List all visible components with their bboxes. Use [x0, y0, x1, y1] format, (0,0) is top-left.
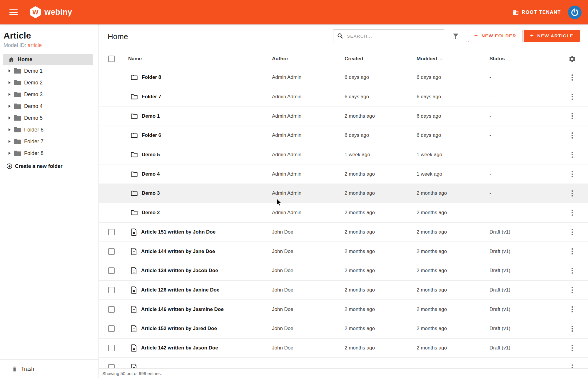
row-actions-menu-icon[interactable] [569, 113, 576, 120]
folder-icon [14, 127, 21, 133]
sidebar-folder-item[interactable]: Demo 5 [0, 112, 98, 124]
chevron-right-icon[interactable] [9, 140, 11, 143]
row-actions-menu-icon[interactable] [569, 248, 576, 255]
webiny-hexagon-icon: W [30, 6, 41, 18]
chevron-right-icon[interactable] [9, 128, 11, 131]
sidebar-folder-item[interactable]: Demo 2 [0, 77, 98, 89]
table-row[interactable]: Article 146 written by Jasmine Doe John … [99, 300, 588, 319]
chevron-right-icon[interactable] [9, 81, 11, 84]
table-row[interactable]: Article 142 written by Jason Doe John Do… [99, 339, 588, 358]
filter-icon[interactable] [452, 32, 460, 40]
chevron-right-icon[interactable] [9, 93, 11, 96]
table-row[interactable]: Article 152 written by Jared Doe John Do… [99, 319, 588, 339]
row-checkbox[interactable] [108, 325, 115, 332]
tenant-selector[interactable]: ROOT TENANT [512, 9, 561, 16]
column-header-modified[interactable]: Modified↓ [417, 56, 490, 62]
sidebar-item-home[interactable]: Home [3, 54, 93, 65]
row-actions-menu-icon[interactable] [569, 132, 576, 139]
folder-icon [131, 190, 138, 197]
sidebar-folder-item[interactable]: Folder 6 [0, 124, 98, 136]
row-actions-menu-icon[interactable] [569, 229, 576, 236]
search-input[interactable] [333, 29, 444, 42]
plus-icon: + [474, 32, 478, 39]
row-checkbox[interactable] [108, 229, 115, 235]
sidebar-folder-item[interactable]: Demo 3 [0, 89, 98, 100]
chevron-right-icon[interactable] [9, 152, 11, 155]
hamburger-menu-icon[interactable] [9, 9, 18, 15]
sort-desc-icon: ↓ [440, 56, 442, 61]
table-row[interactable]: Article 144 written by Jane Doe John Doe… [99, 242, 588, 261]
column-header-created[interactable]: Created [345, 56, 417, 62]
trash-icon [12, 366, 17, 372]
table-row[interactable]: Article 151 written by John Doe John Doe… [99, 223, 588, 242]
row-checkbox[interactable] [108, 306, 115, 313]
user-avatar[interactable] [568, 6, 582, 19]
table-row[interactable]: Article 134 written by Jacob Doe John Do… [99, 261, 588, 281]
table-row[interactable]: Folder 7 Admin Admin6 days ago6 days ago… [99, 87, 588, 107]
folder-icon [131, 151, 138, 158]
power-icon [570, 8, 579, 17]
new-folder-button[interactable]: +NEW FOLDER [468, 30, 522, 42]
table-row[interactable]: Demo 5 Admin Admin1 week ago1 week ago- [99, 145, 588, 165]
search-box [333, 29, 444, 42]
select-all-checkbox[interactable] [108, 56, 115, 62]
table-footer: Showing 50 out of 999 entries. [99, 368, 588, 378]
sidebar-folder-item[interactable]: Folder 7 [0, 136, 98, 147]
sidebar: Article Model ID: article Home Demo 1 De… [0, 24, 99, 378]
sidebar-folder-item[interactable]: Demo 1 [0, 65, 98, 77]
column-header-status[interactable]: Status [490, 56, 557, 62]
folder-icon [14, 80, 21, 86]
column-header-name[interactable]: Name [128, 56, 272, 62]
row-actions-menu-icon[interactable] [569, 267, 576, 274]
model-id-link[interactable]: article [28, 42, 42, 48]
create-folder-button[interactable]: Create a new folder [0, 161, 98, 171]
row-checkbox[interactable] [108, 267, 115, 274]
table-row[interactable]: Demo 2 Admin Admin2 months ago2 months a… [99, 203, 588, 223]
row-checkbox[interactable] [108, 287, 115, 293]
row-actions-menu-icon[interactable] [569, 209, 576, 216]
row-actions-menu-icon[interactable] [569, 171, 576, 178]
table-row[interactable]: Folder 6 Admin Admin6 days ago6 days ago… [99, 126, 588, 145]
document-icon [131, 228, 137, 236]
search-icon [337, 33, 343, 39]
sidebar-folder-item[interactable]: Folder 8 [0, 147, 98, 159]
table-row[interactable]: Article 126 written by Janine Doe John D… [99, 281, 588, 300]
column-header-author[interactable]: Author [272, 56, 345, 62]
chevron-right-icon[interactable] [9, 105, 11, 108]
webiny-logo[interactable]: W webiny [30, 6, 72, 18]
row-actions-menu-icon[interactable] [569, 287, 576, 294]
document-icon [131, 325, 137, 332]
row-actions-menu-icon[interactable] [569, 93, 576, 100]
row-checkbox[interactable] [108, 248, 115, 255]
row-actions-menu-icon[interactable] [569, 74, 576, 81]
row-actions-menu-icon[interactable] [569, 190, 576, 197]
chevron-right-icon[interactable] [9, 116, 11, 119]
entries-count: Showing 50 out of 999 entries. [102, 371, 162, 376]
table-row[interactable]: Folder 8 Admin Admin6 days ago6 days ago… [99, 68, 588, 87]
table-row[interactable]: Demo 1 Admin Admin2 months ago6 days ago… [99, 106, 588, 126]
trash-button[interactable]: Trash [0, 359, 98, 378]
document-icon [131, 248, 137, 255]
folder-icon [14, 91, 21, 97]
row-actions-menu-icon[interactable] [569, 325, 576, 332]
chevron-right-icon[interactable] [9, 69, 11, 72]
table-row-hovered[interactable]: Demo 3 Admin Admin2 months ago2 months a… [99, 184, 588, 203]
new-article-button[interactable]: +NEW ARTICLE [524, 30, 580, 42]
folder-icon [14, 115, 21, 121]
main-content: Home +NEW FOLDER +NEW ARTICLE Name Autho… [99, 24, 588, 378]
folder-icon [14, 139, 21, 144]
row-actions-menu-icon[interactable] [569, 151, 576, 158]
sidebar-folder-item[interactable]: Demo 4 [0, 100, 98, 112]
plus-icon: + [530, 32, 534, 39]
page-title: Home [108, 32, 128, 41]
folder-icon [131, 132, 138, 139]
building-icon [512, 9, 519, 16]
row-actions-menu-icon[interactable] [569, 306, 576, 313]
row-actions-menu-icon[interactable] [569, 344, 576, 352]
folder-icon [131, 209, 138, 216]
model-id: Model ID: article [4, 42, 95, 49]
column-settings-gear-icon[interactable] [568, 55, 576, 63]
table-row[interactable]: Demo 4 Admin Admin2 months ago1 week ago… [99, 164, 588, 184]
folder-icon [131, 94, 138, 100]
row-checkbox[interactable] [108, 345, 115, 351]
